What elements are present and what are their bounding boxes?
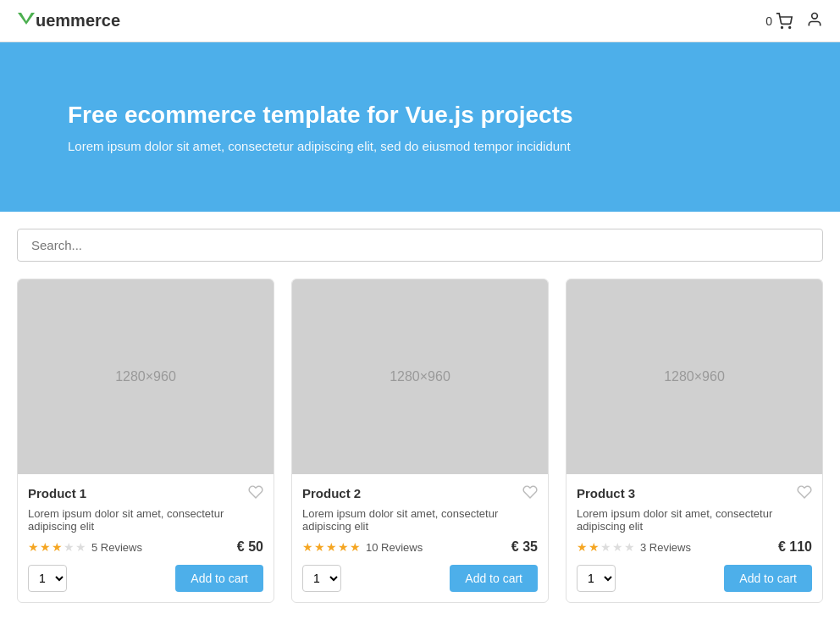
- hero-title: Free ecommerce template for Vue.js proje…: [68, 102, 772, 129]
- product-image-label: 1280×960: [390, 369, 450, 384]
- quantity-select-1[interactable]: 1 2 3 4 5: [28, 565, 67, 592]
- product-card-3: 1280×960 Product 3 Lorem ipsum dolor sit…: [566, 279, 823, 603]
- cart-icon: [776, 13, 793, 30]
- product-body-2: Product 2 Lorem ipsum dolor sit amet, co…: [292, 474, 548, 602]
- product-description: Lorem ipsum dolor sit amet, consectetur …: [28, 507, 263, 533]
- star-4: ★: [338, 540, 349, 554]
- product-price: € 50: [237, 539, 263, 555]
- favorite-button-1[interactable]: [248, 484, 263, 502]
- star-4: ★: [612, 540, 623, 554]
- product-title-row: Product 1: [28, 484, 263, 502]
- user-icon: [806, 11, 823, 28]
- product-image-3: 1280×960: [566, 279, 822, 474]
- cart-button[interactable]: 0: [765, 13, 793, 30]
- product-reviews-row: ★★★★★ 10 Reviews € 35: [302, 539, 538, 555]
- heart-icon: [248, 484, 263, 500]
- product-card-1: 1280×960 Product 1 Lorem ipsum dolor sit…: [17, 279, 274, 603]
- review-count: 5 Reviews: [91, 541, 142, 554]
- star-5: ★: [350, 540, 361, 554]
- navbar: uemmerce 0: [0, 0, 840, 42]
- svg-point-4: [812, 13, 818, 19]
- add-to-cart-button-1[interactable]: Add to cart: [175, 565, 263, 592]
- svg-point-2: [782, 26, 783, 28]
- favorite-button-2[interactable]: [522, 484, 538, 502]
- star-2: ★: [314, 540, 325, 554]
- user-button[interactable]: [806, 11, 823, 31]
- review-count: 10 Reviews: [366, 541, 423, 554]
- product-cart-row: 1 2 3 4 5 Add to cart: [28, 565, 263, 592]
- product-cart-row: 1 2 3 4 5 Add to cart: [577, 565, 812, 592]
- heart-icon: [797, 484, 812, 500]
- quantity-select-2[interactable]: 1 2 3 4 5: [302, 565, 341, 592]
- product-description: Lorem ipsum dolor sit amet, consectetur …: [577, 507, 812, 533]
- product-image-1: 1280×960: [18, 279, 274, 474]
- product-title-row: Product 2: [302, 484, 538, 502]
- stars-reviews: ★★★★★ 3 Reviews: [577, 540, 691, 554]
- product-image-2: 1280×960: [292, 279, 548, 474]
- star-3: ★: [326, 540, 337, 554]
- product-title-row: Product 3: [577, 484, 812, 502]
- quantity-select-3[interactable]: 1 2 3 4 5: [577, 565, 616, 592]
- product-body-1: Product 1 Lorem ipsum dolor sit amet, co…: [18, 474, 274, 602]
- cart-count: 0: [765, 14, 772, 28]
- product-reviews-row: ★★★★★ 3 Reviews € 110: [577, 539, 812, 555]
- product-title: Product 2: [302, 486, 361, 500]
- star-4: ★: [64, 540, 75, 554]
- product-price: € 35: [511, 539, 538, 555]
- hero-section: Free ecommerce template for Vue.js proje…: [0, 42, 840, 212]
- review-count: 3 Reviews: [640, 541, 691, 554]
- stars: ★★★★★: [577, 540, 635, 554]
- product-cart-row: 1 2 3 4 5 Add to cart: [302, 565, 538, 592]
- add-to-cart-button-3[interactable]: Add to cart: [724, 565, 812, 592]
- stars: ★★★★★: [28, 540, 86, 554]
- product-image-label: 1280×960: [664, 369, 725, 384]
- product-card-2: 1280×960 Product 2 Lorem ipsum dolor sit…: [291, 279, 549, 603]
- brand-logo[interactable]: uemmerce: [17, 9, 120, 33]
- star-3: ★: [600, 540, 611, 554]
- star-1: ★: [28, 540, 39, 554]
- product-title: Product 3: [577, 486, 635, 500]
- svg-point-3: [789, 26, 791, 28]
- star-2: ★: [589, 540, 600, 554]
- stars: ★★★★★: [302, 540, 361, 554]
- star-1: ★: [577, 540, 588, 554]
- star-3: ★: [52, 540, 63, 554]
- brand-name: uemmerce: [36, 11, 120, 30]
- navbar-icons: 0: [765, 11, 823, 31]
- search-input[interactable]: [17, 229, 823, 262]
- heart-icon: [522, 484, 538, 500]
- star-5: ★: [624, 540, 635, 554]
- favorite-button-3[interactable]: [797, 484, 812, 502]
- product-title: Product 1: [28, 486, 86, 500]
- products-grid: 1280×960 Product 1 Lorem ipsum dolor sit…: [17, 279, 823, 603]
- product-description: Lorem ipsum dolor sit amet, consectetur …: [302, 507, 538, 533]
- product-reviews-row: ★★★★★ 5 Reviews € 50: [28, 539, 263, 555]
- product-image-label: 1280×960: [115, 369, 176, 384]
- stars-reviews: ★★★★★ 5 Reviews: [28, 540, 142, 554]
- products-section: 1280×960 Product 1 Lorem ipsum dolor sit…: [0, 270, 840, 620]
- product-body-3: Product 3 Lorem ipsum dolor sit amet, co…: [566, 474, 822, 602]
- star-5: ★: [75, 540, 86, 554]
- add-to-cart-button-2[interactable]: Add to cart: [450, 565, 538, 592]
- hero-subtitle: Lorem ipsum dolor sit amet, consectetur …: [68, 139, 772, 153]
- vuemmerce-logo-icon: [17, 9, 36, 28]
- brand-v-letter: [17, 9, 36, 33]
- product-price: € 110: [778, 539, 812, 555]
- search-section: [0, 212, 840, 270]
- stars-reviews: ★★★★★ 10 Reviews: [302, 540, 423, 554]
- star-2: ★: [40, 540, 51, 554]
- star-1: ★: [302, 540, 313, 554]
